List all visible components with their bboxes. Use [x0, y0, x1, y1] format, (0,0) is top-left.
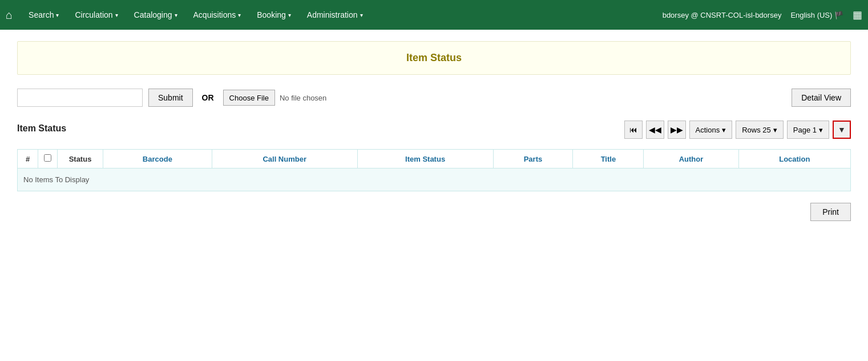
acquisitions-arrow-icon: ▾ — [238, 12, 241, 18]
no-file-label: No file chosen — [280, 94, 326, 102]
or-label: OR — [202, 93, 214, 102]
nav-menu: Search ▾ Circulation ▾ Cataloging ▾ Acqu… — [22, 7, 663, 23]
col-header-check — [38, 150, 58, 169]
col-header-num: # — [18, 150, 38, 169]
col-header-title: Title — [573, 150, 644, 169]
language-label: English (US) 🏴 — [790, 11, 843, 19]
nav-circulation[interactable]: Circulation ▾ — [68, 7, 124, 23]
rows-dropdown[interactable]: Rows 25 ▾ — [736, 121, 784, 139]
select-all-checkbox[interactable] — [44, 154, 51, 162]
prev-page-button[interactable]: ◀◀ — [646, 121, 664, 139]
page-dropdown[interactable]: Page 1 ▾ — [787, 121, 829, 139]
print-button[interactable]: Print — [810, 203, 851, 221]
first-page-button[interactable]: ⏮ — [624, 121, 643, 139]
booking-arrow-icon: ▾ — [288, 12, 291, 18]
navbar-right: bdorsey @ CNSRT-COL-isl-bdorsey English … — [663, 9, 862, 21]
item-status-section: Item Status ⏮ ◀◀ ▶▶ Actions ▾ Rows 25 — [17, 121, 851, 191]
col-header-barcode: Barcode — [103, 150, 212, 169]
user-label: bdorsey @ CNSRT-COL-isl-bdorsey — [663, 11, 782, 19]
col-toggle-icon: ▼ — [838, 125, 846, 134]
no-items-message: No Items To Display — [18, 169, 851, 191]
home-icon: ⌂ — [6, 9, 13, 21]
administration-arrow-icon: ▾ — [360, 12, 363, 18]
search-row: Submit OR Choose File No file chosen Det… — [17, 89, 851, 107]
nav-booking[interactable]: Booking ▾ — [250, 7, 298, 23]
page-title-banner: Item Status — [17, 41, 851, 75]
search-arrow-icon: ▾ — [56, 12, 59, 18]
prev-page-icon: ◀◀ — [649, 125, 661, 134]
first-page-icon: ⏮ — [629, 125, 637, 134]
next-page-icon: ▶▶ — [671, 125, 683, 134]
circulation-arrow-icon: ▾ — [115, 12, 118, 18]
print-row: Print — [17, 203, 851, 221]
cataloging-arrow-icon: ▾ — [175, 12, 177, 18]
nav-acquisitions[interactable]: Acquisitions ▾ — [187, 7, 248, 23]
grid-menu-icon[interactable]: ▦ — [853, 9, 862, 21]
col-header-item-status: Item Status — [357, 150, 493, 169]
column-toggle-button[interactable]: ▼ — [833, 121, 851, 139]
col-header-author: Author — [644, 150, 738, 169]
col-header-parts: Parts — [493, 150, 573, 169]
home-button[interactable]: ⌂ — [6, 9, 13, 22]
table-controls: ⏮ ◀◀ ▶▶ Actions ▾ Rows 25 ▾ Page 1 — [624, 121, 851, 139]
top-navbar: ⌂ Search ▾ Circulation ▾ Cataloging ▾ Ac… — [0, 0, 868, 30]
actions-dropdown[interactable]: Actions ▾ — [689, 121, 733, 139]
actions-arrow-icon: ▾ — [722, 126, 726, 134]
col-header-status: Status — [58, 150, 103, 169]
nav-search[interactable]: Search ▾ — [22, 7, 66, 23]
file-input-wrapper: Choose File No file chosen — [223, 90, 327, 106]
col-header-location: Location — [738, 150, 850, 169]
choose-file-button[interactable]: Choose File — [223, 90, 275, 106]
next-page-button[interactable]: ▶▶ — [668, 121, 686, 139]
empty-row: No Items To Display — [18, 169, 851, 191]
table-header-row: # Status Barcode Call Number Item Status — [18, 150, 851, 169]
item-status-table: # Status Barcode Call Number Item Status — [17, 149, 851, 191]
section-title: Item Status — [17, 123, 66, 134]
page-arrow-icon: ▾ — [819, 126, 823, 134]
nav-administration[interactable]: Administration ▾ — [300, 7, 370, 23]
submit-button[interactable]: Submit — [148, 89, 193, 107]
col-header-call-number: Call Number — [212, 150, 357, 169]
flag-icon: 🏴 — [834, 11, 843, 19]
detail-view-button[interactable]: Detail View — [792, 89, 851, 107]
barcode-search-input[interactable] — [17, 89, 143, 107]
main-content: Item Status Submit OR Choose File No fil… — [0, 30, 868, 361]
page-title: Item Status — [406, 52, 462, 63]
rows-arrow-icon: ▾ — [773, 126, 777, 134]
nav-cataloging[interactable]: Cataloging ▾ — [127, 7, 184, 23]
